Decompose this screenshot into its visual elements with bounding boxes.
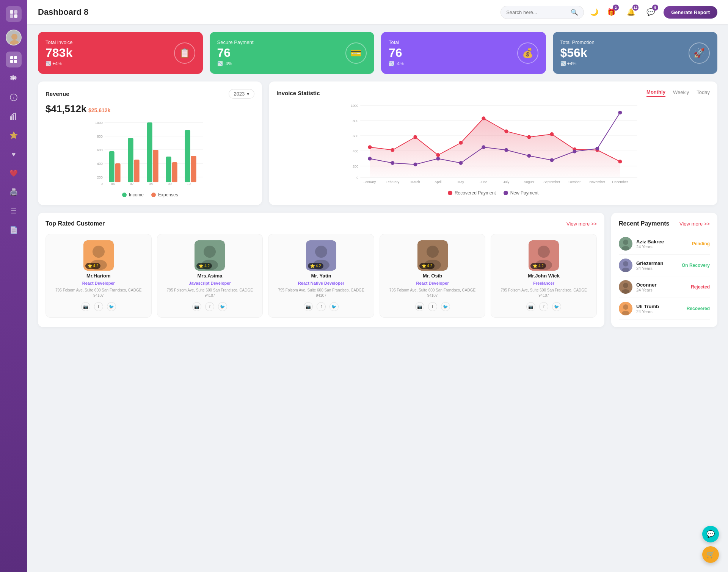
avatar[interactable] xyxy=(6,30,22,45)
sidebar-item-print[interactable]: 🖨️ xyxy=(6,184,22,200)
sidebar-item-liked[interactable]: ❤️ xyxy=(6,165,22,181)
cart-button[interactable]: 🛒 xyxy=(702,546,719,563)
sidebar-item-docs[interactable]: 📄 xyxy=(6,222,22,238)
svg-rect-7 xyxy=(14,56,17,59)
recovered-payment-legend: Recovered Payment xyxy=(448,190,496,196)
sidebar-item-starred[interactable]: ⭐ xyxy=(6,127,22,143)
avatar-rating: ⭐ 4.2 xyxy=(530,263,546,269)
svg-rect-8 xyxy=(10,60,13,63)
twitter-icon[interactable]: 🐦 xyxy=(552,302,561,311)
invoice-chart-header: Invoice Statistic Monthly Weekly Today xyxy=(276,89,710,97)
payment-status: On Recovery xyxy=(682,263,710,268)
facebook-icon[interactable]: f xyxy=(539,302,548,311)
svg-text:December: December xyxy=(612,180,628,184)
gift-button[interactable]: 🎁 2 xyxy=(604,5,618,19)
sidebar-logo[interactable] xyxy=(6,6,22,22)
payment-status: Rejected xyxy=(691,284,710,290)
svg-point-71 xyxy=(482,145,486,149)
customer-role: React Native Developer xyxy=(298,281,344,285)
customer-role: React Developer xyxy=(416,281,449,285)
generate-report-button[interactable]: Generate Report xyxy=(664,6,717,19)
svg-rect-34 xyxy=(185,130,190,182)
svg-point-76 xyxy=(596,147,599,150)
instagram-icon[interactable]: 📷 xyxy=(415,302,424,311)
customer-avatar: ⭐ 4.2 xyxy=(306,240,336,271)
dark-mode-toggle[interactable]: 🌙 xyxy=(590,8,598,16)
svg-point-4 xyxy=(11,34,17,40)
instagram-icon[interactable]: 📷 xyxy=(526,302,535,311)
stat-card-label-1: Secure Payment xyxy=(217,39,254,45)
svg-point-65 xyxy=(618,160,622,163)
payment-name: Oconner xyxy=(636,282,687,288)
stat-card-icon-2: 💰 xyxy=(517,42,538,64)
payments-view-more[interactable]: View more >> xyxy=(679,221,710,227)
year-value: 2023 xyxy=(234,91,245,97)
svg-text:February: February xyxy=(386,180,400,184)
sidebar-item-info[interactable]: i xyxy=(6,89,22,105)
instagram-icon[interactable]: 📷 xyxy=(192,302,201,311)
svg-rect-26 xyxy=(109,151,115,182)
payment-name: Griezerman xyxy=(636,260,678,266)
svg-point-75 xyxy=(573,150,577,154)
messages-button[interactable]: 💬 5 xyxy=(644,5,657,19)
svg-text:March: March xyxy=(411,180,420,184)
stat-card-change-2: 📉 -4% xyxy=(389,61,404,66)
customer-address: 795 Folsom Ave, Suite 600 San Francisco,… xyxy=(162,288,258,298)
svg-rect-33 xyxy=(172,162,177,182)
twitter-icon[interactable]: 🐦 xyxy=(329,302,339,311)
svg-point-61 xyxy=(527,135,531,139)
facebook-icon[interactable]: f xyxy=(94,302,103,311)
customer-avatar: ⭐ 4.2 xyxy=(195,240,225,271)
svg-text:600: 600 xyxy=(97,148,103,152)
twitter-icon[interactable]: 🐦 xyxy=(107,302,116,311)
invoice-tabs: Monthly Weekly Today xyxy=(646,89,710,97)
payment-avatar xyxy=(619,237,632,251)
notifications-button[interactable]: 🔔 12 xyxy=(624,5,638,19)
search-input[interactable] xyxy=(506,9,568,15)
svg-point-94 xyxy=(204,246,216,258)
stat-card-info-3: Total Promotion $56k 📉 +4% xyxy=(560,39,595,66)
svg-point-56 xyxy=(414,135,417,139)
sidebar-item-dashboard[interactable] xyxy=(6,52,22,67)
avatar-rating: ⭐ 4.2 xyxy=(196,263,212,269)
svg-text:200: 200 xyxy=(97,176,103,179)
instagram-icon[interactable]: 📷 xyxy=(304,302,313,311)
stat-card-icon-0: 📋 xyxy=(174,42,195,64)
customers-view-more[interactable]: View more >> xyxy=(566,221,597,227)
customer-avatar: ⭐ 4.2 xyxy=(417,240,448,271)
svg-rect-1 xyxy=(14,10,17,14)
svg-point-68 xyxy=(414,163,417,166)
svg-rect-0 xyxy=(10,10,13,14)
twitter-icon[interactable]: 🐦 xyxy=(218,302,227,311)
payments-title: Recent Payments xyxy=(619,220,669,227)
support-button[interactable]: 💬 xyxy=(702,526,719,542)
svg-text:800: 800 xyxy=(97,135,103,138)
sidebar-item-menu[interactable]: ☰ xyxy=(6,203,22,219)
svg-text:May: May xyxy=(458,180,464,184)
svg-rect-6 xyxy=(10,56,13,59)
stat-card-value-1: 76 xyxy=(217,47,254,59)
customer-avatar: ⭐ 4.2 xyxy=(83,240,114,271)
sidebar-item-favorites[interactable]: ♥ xyxy=(6,146,22,162)
year-select[interactable]: 2023 ▾ xyxy=(229,89,254,99)
instagram-icon[interactable]: 📷 xyxy=(81,302,90,311)
facebook-icon[interactable]: f xyxy=(205,302,214,311)
twitter-icon[interactable]: 🐦 xyxy=(441,302,450,311)
svg-text:800: 800 xyxy=(353,119,359,123)
payment-name: Uli Trumb xyxy=(636,304,683,309)
search-box[interactable]: 🔍 xyxy=(500,6,584,19)
tab-weekly[interactable]: Weekly xyxy=(673,89,689,97)
sidebar-item-analytics[interactable] xyxy=(6,108,22,124)
avatar-rating: ⭐ 4.2 xyxy=(308,263,323,269)
sidebar-item-settings[interactable] xyxy=(6,71,22,86)
svg-point-110 xyxy=(622,268,629,272)
social-icons: 📷 f 🐦 xyxy=(415,302,450,311)
tab-today[interactable]: Today xyxy=(697,89,710,97)
facebook-icon[interactable]: f xyxy=(317,302,326,311)
facebook-icon[interactable]: f xyxy=(428,302,437,311)
svg-text:September: September xyxy=(544,180,560,184)
svg-point-103 xyxy=(538,246,550,258)
tab-monthly[interactable]: Monthly xyxy=(646,89,665,97)
payment-avatar xyxy=(619,280,632,294)
stat-card-info-1: Secure Payment 76 📉 -4% xyxy=(217,39,254,66)
